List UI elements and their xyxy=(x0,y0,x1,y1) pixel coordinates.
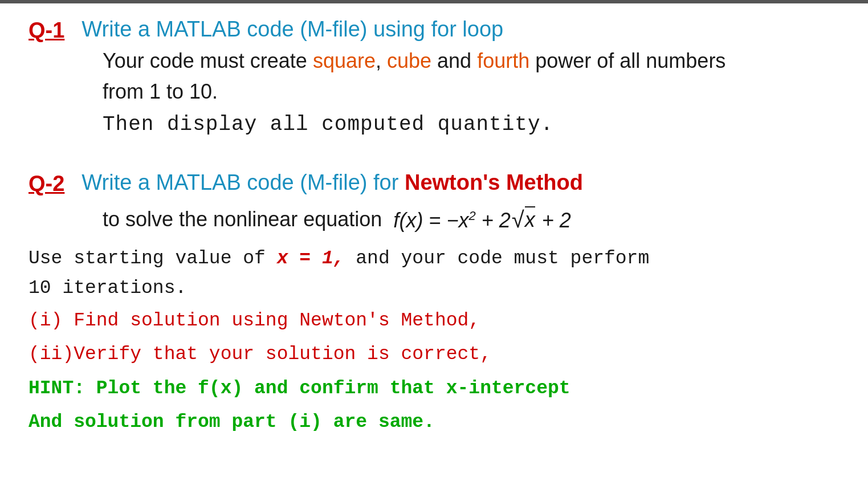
top-border xyxy=(0,0,868,3)
q1-and: and xyxy=(431,49,477,72)
q1-section: Q-1 Write a MATLAB code (M-file) using f… xyxy=(28,17,840,136)
q2-eq-prefix: to solve the nonlinear equation xyxy=(103,207,382,231)
q2-hint: HINT: Plot the f(x) and confirm that x-i… xyxy=(28,372,840,439)
q2-fx: f(x) = −x2 + 2 xyxy=(393,209,510,233)
q1-header: Q-1 Write a MATLAB code (M-file) using f… xyxy=(28,17,840,43)
q2-title-blue: Write a MATLAB code (M-file) for xyxy=(81,170,405,194)
q2-sqrt: √x xyxy=(512,206,535,232)
q1-square: square xyxy=(313,49,376,72)
q2-equation-line: to solve the nonlinear equation f(x) = −… xyxy=(103,206,840,233)
q2-items: (i) Find solution using Newton's Method,… xyxy=(28,304,840,372)
q1-cube: cube xyxy=(387,49,431,72)
q1-title: Write a MATLAB code (M-file) using for l… xyxy=(81,17,503,42)
q2-section: Q-2 Write a MATLAB code (M-file) for New… xyxy=(28,170,840,439)
q2-label: Q-2 xyxy=(28,172,64,196)
q2-title-block: Write a MATLAB code (M-file) for Newton'… xyxy=(81,170,583,195)
q2-body: Use starting value of x = 1, and your co… xyxy=(28,244,840,439)
q1-desc-part2: power of all numbers xyxy=(529,49,726,72)
q2-title-line: Write a MATLAB code (M-file) for Newton'… xyxy=(81,170,583,195)
q2-plus2: + 2 xyxy=(536,209,571,233)
q1-comma1: , xyxy=(376,49,387,72)
sqrt-symbol: √ xyxy=(512,208,524,231)
q2-hint-line2: And solution from part (i) are same. xyxy=(28,405,840,439)
q1-description: Your code must create square, cube and f… xyxy=(103,46,840,107)
page-content: Q-1 Write a MATLAB code (M-file) using f… xyxy=(28,17,840,439)
q1-label: Q-1 xyxy=(28,18,64,43)
q2-item-ii: (ii)Verify that your solution is correct… xyxy=(28,337,840,371)
sqrt-content: x xyxy=(525,206,535,232)
q1-fourth: fourth xyxy=(477,49,529,72)
q2-start-suffix: and your code must perform xyxy=(345,248,650,269)
q2-hint-line1: HINT: Plot the f(x) and confirm that x-i… xyxy=(28,372,840,405)
q2-start-prefix: Use starting value of xyxy=(28,248,277,269)
q2-start-line2: 10 iterations. xyxy=(28,278,186,299)
q1-body: Your code must create square, cube and f… xyxy=(103,46,840,136)
q2-formula: f(x) = −x2 + 2 √x + 2 xyxy=(393,206,570,233)
q1-desc-line2: from 1 to 10. xyxy=(103,80,218,103)
q2-header: Q-2 Write a MATLAB code (M-file) for New… xyxy=(28,170,840,196)
q1-code-line: Then display all computed quantity. xyxy=(103,113,840,136)
q2-title-red: Newton's Method xyxy=(405,170,583,194)
q2-x-value: x = 1, xyxy=(277,248,345,269)
q1-desc-part1: Your code must create xyxy=(103,49,313,72)
q2-starting: Use starting value of x = 1, and your co… xyxy=(28,244,840,304)
q2-item-i: (i) Find solution using Newton's Method, xyxy=(28,304,840,337)
